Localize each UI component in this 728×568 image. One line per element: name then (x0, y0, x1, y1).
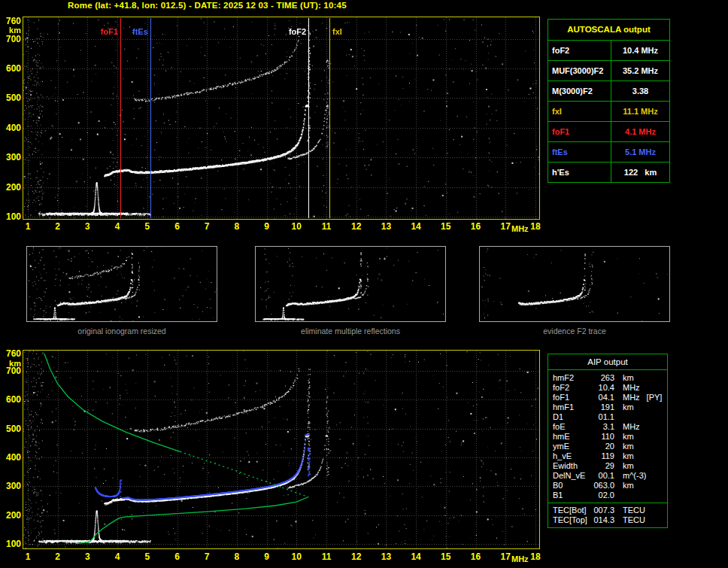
aip-row-D1: D101.1 (548, 412, 667, 422)
aip-unit: km (614, 481, 634, 491)
aip-row-hmF1: hmF1191km (548, 402, 667, 412)
page-title: Rome (lat: +41.8, lon: 012.5) - DATE: 20… (68, 1, 347, 10)
x-tick-bottom-1: 1 (18, 552, 38, 561)
marker-line-fxI (329, 18, 330, 218)
y-tick-bottom-200: 200 (2, 511, 21, 520)
aip-value: 110 (587, 432, 614, 442)
y-tick-bottom-500: 500 (2, 424, 21, 433)
x-tick-bottom-14: 14 (406, 552, 426, 561)
autoscala-row-label: MUF(3000)F2 (548, 61, 611, 80)
ionogram-canvas-bottom (23, 351, 539, 548)
thumbnail-f2-trace-evidence (479, 246, 670, 322)
x-tick-top-12: 12 (347, 222, 366, 231)
x-tick-top-16: 16 (466, 222, 486, 231)
x-tick-top-15: 15 (436, 222, 456, 231)
x-tick-top-11: 11 (317, 222, 336, 231)
x-tick-bottom-9: 9 (257, 552, 277, 561)
aip-value: 00.1 (587, 471, 614, 481)
autoscala-row-M(3000)F2: M(3000)F23.38 (548, 80, 669, 101)
x-tick-bottom-10: 10 (287, 552, 306, 561)
aip-label: TEC[Bot] (548, 506, 587, 515)
autoscala-row-foF1: foF14.1 MHz (548, 121, 669, 141)
aip-value: 01.1 (587, 412, 614, 422)
thumbnail-caption-original: original ionogram resized (26, 327, 217, 336)
x-tick-bottom-18: 18 (526, 552, 545, 561)
ionogram-canvas-top (23, 17, 539, 219)
marker-label-foF2: foF2 (289, 28, 306, 36)
autoscala-row-h'Es: h'Es122 km (548, 162, 669, 182)
thumbnail-multiple-reflections-removed (255, 246, 446, 322)
ionogram-plot-bottom (23, 350, 540, 549)
thumbnail-canvas-f2-trace (480, 247, 669, 321)
x-tick-top-10: 10 (287, 222, 306, 231)
autoscala-row-label: ftEs (548, 142, 611, 162)
x-tick-bottom-6: 6 (168, 552, 187, 561)
aip-label: hmF2 (548, 373, 587, 383)
aip-unit: TECU (614, 506, 645, 515)
aip-unit: TECU (614, 515, 645, 525)
y-tick-top-500: 500 (2, 93, 21, 102)
aip-unit: MHz (614, 383, 640, 393)
aip-unit: km (614, 373, 634, 383)
aip-label: foF2 (548, 383, 587, 393)
x-tick-bottom-8: 8 (227, 552, 247, 561)
thumbnail-caption-cleaned: eliminate multiple reflections (255, 327, 446, 336)
marker-label-fxI: fxI (332, 28, 342, 36)
thumbnail-caption-f2-trace: evidence F2 trace (479, 327, 670, 336)
aip-value: 191 (587, 402, 614, 412)
autoscala-row-foF2: foF210.4 MHz (548, 40, 669, 60)
x-tick-top-7: 7 (197, 222, 217, 231)
marker-label-ftEs: ftEs (132, 28, 148, 36)
aip-row-ymE: ymE20km (548, 442, 667, 451)
aip-label: Ewidth (548, 461, 587, 471)
x-tick-top-18: 18 (526, 222, 545, 231)
marker-line-ftEs (150, 18, 151, 218)
y-tick-top-300: 300 (2, 153, 21, 162)
aip-row-hmE: hmE110km (548, 432, 667, 442)
x-tick-top-13: 13 (376, 222, 396, 231)
aip-note: [PY] (640, 393, 663, 402)
aip-row-TEC[Top]: TEC[Top]014.3TECU (548, 515, 667, 525)
autoscala-row-value: 35.2 MHz (611, 61, 669, 80)
aip-unit: km (614, 442, 634, 451)
x-tick-top-9: 9 (257, 222, 277, 231)
x-tick-top-6: 6 (168, 222, 187, 231)
x-tick-bottom-15: 15 (436, 552, 456, 561)
aip-value: 007.3 (587, 506, 614, 515)
marker-line-foF2 (308, 18, 309, 218)
x-tick-top-5: 5 (138, 222, 157, 231)
autoscala-row-label: foF2 (548, 41, 611, 60)
aip-row-h_vE: h_vE119km (548, 451, 667, 461)
autoscala-row-label: fxI (548, 102, 611, 121)
aip-unit: km (614, 432, 634, 442)
y-tick-bottom-300: 300 (2, 481, 21, 491)
aip-label: TEC[Top] (548, 515, 587, 525)
x-tick-top-8: 8 (227, 222, 247, 231)
aip-unit: km (614, 402, 634, 412)
autoscala-row-label: M(3000)F2 (548, 81, 611, 101)
x-tick-bottom-3: 3 (77, 552, 97, 561)
x-tick-bottom-11: 11 (317, 552, 336, 561)
aip-unit: MHz (614, 393, 640, 402)
y-tick-bottom-760: 760 (2, 349, 21, 358)
x-tick-top-2: 2 (48, 222, 68, 231)
aip-value: 04.1 (587, 393, 614, 402)
y-tick-bottom-700: 700 (2, 366, 21, 375)
aip-unit (614, 412, 623, 422)
y-tick-top-100: 100 (2, 212, 21, 221)
thumbnail-original-ionogram (26, 246, 217, 322)
aip-row-DelN_vE: DelN_vE00.1m^(-3) (548, 471, 667, 481)
autoscala-table-rows: foF210.4 MHzMUF(3000)F235.2 MHzM(3000)F2… (548, 40, 669, 182)
y-tick-top-600: 600 (2, 64, 21, 73)
x-tick-top-3: 3 (77, 222, 97, 231)
autoscala-row-value: 3.38 (611, 81, 669, 101)
aip-value: 10.4 (587, 383, 614, 393)
x-tick-bottom-2: 2 (48, 552, 68, 561)
aip-unit (614, 491, 623, 500)
x-tick-top-17: 17 (496, 222, 515, 231)
aip-row-Ewidth: Ewidth29km (548, 461, 667, 471)
aip-value: 3.1 (587, 422, 614, 432)
aip-label: D1 (548, 412, 587, 422)
marker-label-foF1: foF1 (101, 28, 118, 36)
aip-unit: km (614, 451, 634, 461)
